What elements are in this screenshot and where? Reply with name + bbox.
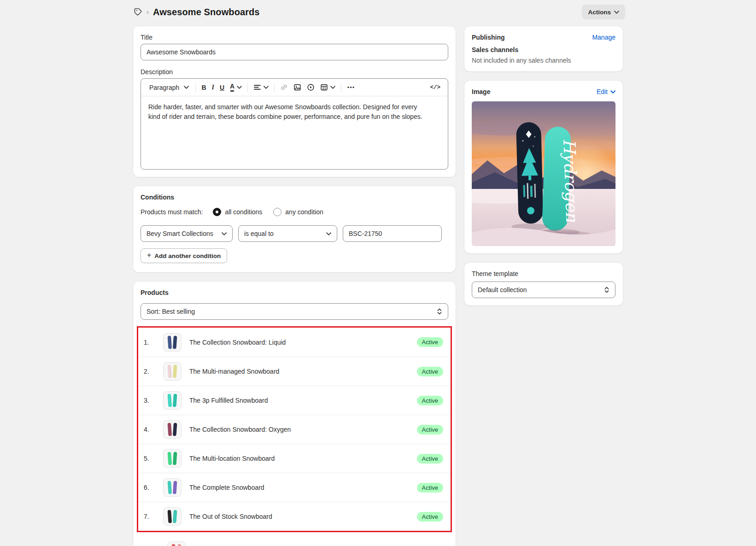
tag-icon[interactable] — [133, 7, 142, 17]
insert-table-button[interactable] — [317, 82, 338, 93]
product-name-link[interactable]: The Out of Stock Snowboard — [189, 513, 417, 520]
publishing-heading: Publishing — [472, 34, 505, 41]
alignment-button[interactable] — [251, 82, 271, 93]
sidebar: Publishing Manage Sales channels Not inc… — [464, 26, 623, 305]
chevron-down-icon — [237, 86, 242, 89]
description-text-area[interactable]: Ride harder, faster, and smarter with ou… — [141, 96, 448, 169]
bold-button[interactable]: B — [199, 82, 209, 93]
product-name-link[interactable]: The 3p Fulfilled Snowboard — [189, 397, 417, 404]
condition-value-input[interactable] — [343, 225, 442, 242]
main-column: Title Description Paragraph B I U A — [133, 26, 456, 546]
status-badge: Active — [417, 425, 443, 434]
toolbar-divider — [274, 83, 275, 92]
product-row[interactable]: 5. The Multi-location Snowboard Active — [138, 444, 451, 473]
status-badge: Active — [417, 512, 443, 522]
manage-link[interactable]: Manage — [592, 34, 615, 41]
condition-row: Bevy Smart Collections is equal to — [141, 225, 448, 242]
description-label: Description — [141, 68, 448, 76]
paragraph-style-label: Paragraph — [149, 84, 179, 91]
product-thumbnail — [163, 478, 182, 497]
product-row[interactable]: 4. The Collection Snowboard: Oxygen Acti… — [138, 415, 451, 444]
paragraph-style-select[interactable]: Paragraph — [146, 82, 193, 93]
conditions-card: Conditions Products must match: all cond… — [133, 186, 456, 272]
product-thumbnail — [163, 333, 182, 352]
products-heading: Products — [141, 289, 448, 296]
toolbar-divider — [247, 83, 248, 92]
show-html-button[interactable]: </> — [427, 82, 443, 93]
chevron-down-icon — [264, 86, 269, 89]
chevron-down-icon — [184, 86, 189, 89]
text-color-button[interactable]: A — [227, 81, 245, 94]
product-row[interactable]: 2. The Multi-managed Snowboard Active — [138, 357, 451, 386]
insert-image-button[interactable] — [291, 82, 304, 93]
product-row-partial[interactable] — [142, 536, 446, 546]
product-index: 3. — [144, 397, 157, 404]
select-caret-icon — [604, 287, 609, 293]
product-index: 2. — [144, 368, 157, 375]
italic-button[interactable]: I — [209, 82, 217, 93]
link-button[interactable] — [277, 82, 291, 93]
radio-any-condition[interactable] — [273, 208, 281, 216]
plus-icon: + — [147, 251, 151, 259]
description-text: Ride harder, faster, and smarter with ou… — [148, 102, 430, 122]
product-name-link[interactable]: The Multi-location Snowboard — [189, 455, 417, 462]
more-options-button[interactable]: ⋯ — [344, 81, 357, 94]
align-left-icon — [253, 83, 261, 91]
condition-field-value: Bevy Smart Collections — [147, 230, 213, 237]
page-title: Awsesome Snowboards — [153, 7, 260, 18]
product-thumbnail — [167, 541, 186, 546]
actions-button[interactable]: Actions — [582, 5, 625, 19]
product-name-link[interactable]: The Collection Snowboard: Oxygen — [189, 426, 417, 433]
product-row[interactable]: 1. The Collection Snowboard: Liquid Acti… — [138, 328, 451, 357]
chevron-down-icon — [330, 86, 335, 89]
match-options-row: Products must match: all conditions any … — [141, 208, 448, 216]
product-row[interactable]: 3. The 3p Fulfilled Snowboard Active — [138, 386, 451, 415]
product-thumbnail — [163, 362, 182, 381]
condition-field-select[interactable]: Bevy Smart Collections — [141, 225, 233, 242]
product-thumbnail — [163, 420, 182, 439]
edit-link-label: Edit — [597, 88, 608, 95]
chevron-down-icon — [222, 232, 227, 235]
theme-template-value: Default collection — [478, 286, 527, 294]
title-label: Title — [141, 34, 448, 41]
toolbar-divider — [341, 83, 341, 92]
product-index: 7. — [144, 513, 157, 520]
product-index: 4. — [144, 426, 157, 433]
breadcrumb-separator: › — [147, 8, 149, 16]
product-row[interactable]: 6. The Complete Snowboard Active — [138, 473, 451, 502]
radio-all-conditions-label[interactable]: all conditions — [225, 208, 262, 216]
title-card: Title Description Paragraph B I U A — [133, 26, 456, 177]
description-editor: Paragraph B I U A — [141, 78, 448, 170]
product-thumbnail — [163, 507, 182, 526]
product-name-link[interactable]: The Complete Snowboard — [189, 484, 417, 491]
theme-template-card: Theme template Default collection — [464, 263, 623, 305]
status-badge: Active — [417, 483, 443, 493]
radio-any-condition-label[interactable]: any condition — [285, 208, 323, 216]
actions-button-label: Actions — [588, 9, 611, 16]
title-input[interactable] — [141, 44, 448, 60]
sales-channels-label: Sales channels — [472, 46, 615, 53]
add-condition-button[interactable]: + Add another condition — [141, 248, 227, 263]
theme-template-select[interactable]: Default collection — [472, 282, 615, 298]
link-icon — [280, 83, 288, 91]
insert-video-button[interactable] — [304, 82, 317, 93]
match-label: Products must match: — [141, 208, 203, 216]
chevron-down-icon — [614, 11, 619, 14]
snowboards-photo: Hydrogen — [472, 101, 615, 246]
underline-button[interactable]: U — [217, 82, 227, 93]
radio-all-conditions[interactable] — [213, 208, 221, 216]
product-index: 5. — [144, 455, 157, 462]
status-badge: Active — [417, 454, 443, 464]
sort-select[interactable]: Sort: Best selling — [141, 303, 448, 320]
page-header: › Awsesome Snowboards Actions — [133, 5, 625, 19]
product-name-link[interactable]: The Multi-managed Snowboard — [189, 368, 417, 375]
product-name-link[interactable]: The Collection Snowboard: Liquid — [189, 339, 417, 346]
status-badge: Active — [417, 337, 443, 347]
sort-value: Sort: Best selling — [147, 308, 195, 315]
condition-operator-value: is equal to — [244, 230, 274, 237]
edit-image-link[interactable]: Edit — [597, 88, 615, 95]
breadcrumb: › Awsesome Snowboards — [133, 7, 260, 18]
condition-operator-select[interactable]: is equal to — [238, 225, 337, 242]
sales-channels-status: Not included in any sales channels — [472, 57, 615, 64]
product-row[interactable]: 7. The Out of Stock Snowboard Active — [138, 502, 451, 531]
